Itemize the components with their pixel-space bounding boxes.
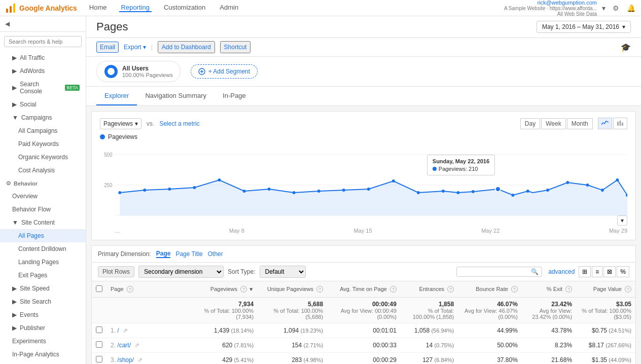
arrow-icon: ▶ [12,324,17,332]
email-button[interactable]: Email [96,42,119,53]
notification-icon[interactable]: 🔔 [626,3,636,13]
google-analytics-logo-icon [5,3,16,14]
unique-help-icon[interactable]: ? [316,286,323,293]
sidebar-item-organic-keywords[interactable]: Organic Keywords [0,151,86,164]
tab-explorer[interactable]: Explorer [96,87,137,105]
entrances-cell: 127 (6.84%) [401,353,458,365]
select-all-checkbox[interactable] [96,285,102,292]
sidebar-section-conversions[interactable]: ◎ Conversions [0,361,86,364]
sidebar-item-paid-keywords[interactable]: Paid Keywords [0,137,86,151]
sidebar-item-exit-pages[interactable]: Exit Pages [0,269,86,282]
view-btn-grid[interactable]: ⊞ [579,266,591,277]
sidebar-item-social[interactable]: ▶ Social [0,98,86,111]
secondary-dim-select[interactable]: Secondary dimension [138,266,224,278]
tab-in-page[interactable]: In-Page [215,87,254,105]
row-checkbox[interactable] [96,356,102,362]
col-header-entrances[interactable]: Entrances ? [401,281,458,298]
week-button[interactable]: Week [541,118,565,129]
dim-link-page[interactable]: Page [156,250,171,258]
view-btn-percent[interactable]: % [617,266,629,277]
page-value-help-icon[interactable]: ? [625,286,631,293]
add-dashboard-button[interactable]: Add to Dashboard [158,41,215,53]
calendar-icon: ▾ [622,23,625,30]
bounce-help-icon[interactable]: ? [511,286,518,293]
col-header-avg-time[interactable]: Avg. Time on Page ? [327,281,401,298]
sidebar-item-in-page-analytics[interactable]: In-Page Analytics [0,348,86,361]
nav-reporting[interactable]: Reporting [119,4,152,12]
col-header-unique-pageviews[interactable]: Unique Pageviews ? [258,281,327,298]
pageviews-help-icon[interactable]: ? [240,286,247,293]
share-icon[interactable]: ⇗ [137,356,143,363]
sidebar-item-behavior-flow[interactable]: Behavior Flow [0,203,86,216]
sidebar-item-site-content[interactable]: ▼ Site Content [0,216,86,229]
bar-chart-button[interactable] [613,118,627,129]
dim-link-other[interactable]: Other [208,250,223,258]
sidebar-item-publisher[interactable]: ▶ Publisher [0,321,86,335]
sidebar-item-all-campaigns[interactable]: All Campaigns [0,124,86,137]
sidebar-item-all-traffic[interactable]: ▶ All Traffic [0,51,86,64]
sidebar-item-site-speed[interactable]: ▶ Site Speed [0,282,86,295]
line-chart-button[interactable] [598,118,612,129]
search-icon[interactable]: 🔍 [531,268,539,275]
col-header-bounce-rate[interactable]: Bounce Rate ? [458,281,522,298]
sidebar-item-experiments[interactable]: Experiments [0,335,86,348]
sidebar-section-behavior[interactable]: ⊙ Behavior [0,177,86,190]
advanced-link[interactable]: advanced [548,268,575,275]
entrances-help-icon[interactable]: ? [447,286,454,293]
nav-customization[interactable]: Customization [162,4,207,12]
sidebar-item-content-drilldown[interactable]: Content Drilldown [0,242,86,256]
table-search[interactable]: 🔍 [456,267,542,277]
nav-admin[interactable]: Admin [218,4,240,12]
sidebar-item-cost-analysis[interactable]: Cost Analysis [0,164,86,177]
view-btn-pivot[interactable]: ⊠ [603,266,616,277]
nav-home[interactable]: Home [87,4,109,12]
tab-navigation-summary[interactable]: Navigation Summary [137,87,215,105]
site-sub: All Web Site Data [504,11,597,17]
day-button[interactable]: Day [520,118,540,129]
shortcut-button[interactable]: Shortcut [220,41,251,53]
sidebar-item-all-pages[interactable]: All Pages [0,229,86,242]
page-link[interactable]: /cart/ [117,342,131,349]
col-header-page-value[interactable]: Page Value ? [576,281,635,298]
sidebar-collapse-button[interactable]: ◀ [0,16,86,32]
dim-link-page-title[interactable]: Page Title [175,250,202,258]
svg-point-26 [367,188,370,191]
date-range-picker[interactable]: May 1, 2016 – May 31, 2016 ▾ [537,21,631,33]
sidebar-item-site-search[interactable]: ▶ Site Search [0,295,86,308]
search-table-input[interactable] [460,268,531,275]
avg-time-help-icon[interactable]: ? [390,286,397,293]
share-icon[interactable]: ⇗ [134,342,139,349]
sidebar-item-events[interactable]: ▶ Events [0,308,86,321]
page-link[interactable]: /shop/ [117,356,134,363]
select-metric-link[interactable]: Select a metric [159,120,199,127]
table-area: Primary Dimension: Page Page Title Other… [91,245,636,364]
row-checkbox[interactable] [96,341,102,348]
svg-rect-2 [13,4,15,13]
view-btn-compare[interactable]: ≡ [592,266,602,277]
col-header-pct-exit[interactable]: % Exit ? [522,281,576,298]
sidebar-item-landing-pages[interactable]: Landing Pages [0,256,86,269]
month-button[interactable]: Month [567,118,593,129]
dropdown-icon[interactable]: ▾ [602,4,606,12]
pct-exit-help-icon[interactable]: ? [565,286,572,293]
share-icon[interactable]: ⇗ [123,327,128,334]
sidebar-item-overview[interactable]: Overview [0,190,86,203]
row-checkbox[interactable] [96,326,102,333]
sidebar-item-adwords[interactable]: ▶ AdWords [0,64,86,78]
export-button[interactable]: Export ▾ [124,44,146,51]
page-link[interactable]: / [117,327,119,334]
sidebar-item-search-console[interactable]: ▶ Search Console BETA [0,78,86,98]
metric-select[interactable]: Pageviews ▾ [100,118,141,129]
plot-rows-button[interactable]: Plot Rows [98,266,134,277]
sidebar-item-campaigns[interactable]: ▼ Campaigns [0,111,86,124]
search-input[interactable] [4,36,82,47]
add-segment-button[interactable]: + Add Segment [191,64,258,79]
chart-view-toggle[interactable]: ▾ [617,215,627,226]
graduation-icon[interactable]: 🎓 [621,43,631,52]
sort-select[interactable]: Default [260,266,306,278]
col-header-pageviews[interactable]: Pageviews ? ▼ [195,281,258,298]
settings-icon[interactable]: ⚙ [611,3,621,13]
chart-svg-wrapper: 500 250 [100,144,627,226]
page-help-icon[interactable]: ? [127,286,133,293]
svg-point-34 [526,190,529,193]
